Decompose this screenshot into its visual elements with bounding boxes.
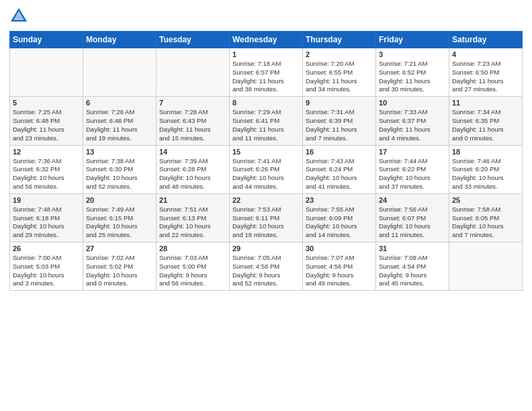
calendar-cell: 26Sunrise: 7:00 AM Sunset: 5:03 PM Dayli… (10, 242, 83, 291)
week-row-4: 19Sunrise: 7:48 AM Sunset: 6:18 PM Dayli… (10, 193, 523, 242)
day-info: Sunrise: 7:58 AM Sunset: 6:05 PM Dayligh… (452, 205, 519, 240)
calendar-cell (449, 242, 523, 291)
day-info: Sunrise: 7:51 AM Sunset: 6:13 PM Dayligh… (159, 205, 226, 240)
day-info: Sunrise: 7:21 AM Sunset: 6:52 PM Dayligh… (379, 60, 446, 94)
day-number: 31 (379, 244, 446, 253)
calendar-cell: 31Sunrise: 7:08 AM Sunset: 4:54 PM Dayli… (376, 242, 449, 291)
day-info: Sunrise: 7:00 AM Sunset: 5:03 PM Dayligh… (13, 254, 80, 288)
header (9, 7, 523, 26)
day-info: Sunrise: 7:28 AM Sunset: 6:43 PM Dayligh… (159, 108, 226, 142)
calendar-cell (157, 48, 230, 97)
calendar-cell (83, 48, 157, 97)
day-number: 14 (159, 148, 226, 156)
day-number: 18 (452, 148, 519, 156)
day-number: 4 (452, 50, 519, 58)
calendar-cell: 5Sunrise: 7:25 AM Sunset: 6:48 PM Daylig… (10, 97, 83, 145)
calendar-cell: 10Sunrise: 7:33 AM Sunset: 6:37 PM Dayli… (376, 97, 449, 145)
day-number: 29 (232, 244, 300, 253)
day-info: Sunrise: 7:55 AM Sunset: 6:09 PM Dayligh… (306, 205, 373, 240)
day-info: Sunrise: 7:02 AM Sunset: 5:02 PM Dayligh… (86, 254, 153, 288)
weekday-header-tuesday: Tuesday (157, 32, 230, 48)
calendar-cell: 12Sunrise: 7:36 AM Sunset: 6:32 PM Dayli… (10, 145, 83, 193)
calendar-cell: 17Sunrise: 7:44 AM Sunset: 6:22 PM Dayli… (376, 145, 449, 193)
calendar-cell: 11Sunrise: 7:34 AM Sunset: 6:35 PM Dayli… (449, 97, 523, 145)
week-row-2: 5Sunrise: 7:25 AM Sunset: 6:48 PM Daylig… (10, 97, 523, 145)
day-number: 2 (306, 50, 373, 58)
day-number: 13 (86, 148, 153, 156)
week-row-1: 1Sunrise: 7:18 AM Sunset: 6:57 PM Daylig… (10, 48, 523, 97)
weekday-header-monday: Monday (83, 32, 157, 48)
day-info: Sunrise: 7:43 AM Sunset: 6:24 PM Dayligh… (306, 157, 373, 191)
day-number: 30 (306, 244, 373, 253)
day-number: 5 (13, 99, 80, 107)
day-info: Sunrise: 7:26 AM Sunset: 6:46 PM Dayligh… (86, 108, 153, 142)
calendar-cell: 28Sunrise: 7:03 AM Sunset: 5:00 PM Dayli… (157, 242, 230, 291)
day-info: Sunrise: 7:25 AM Sunset: 6:48 PM Dayligh… (13, 108, 80, 142)
weekday-header-sunday: Sunday (10, 32, 83, 48)
day-info: Sunrise: 7:05 AM Sunset: 4:58 PM Dayligh… (232, 254, 300, 288)
day-number: 9 (306, 99, 373, 107)
day-info: Sunrise: 7:53 AM Sunset: 6:11 PM Dayligh… (232, 205, 300, 240)
day-info: Sunrise: 7:20 AM Sunset: 6:55 PM Dayligh… (306, 60, 373, 94)
day-number: 7 (159, 99, 226, 107)
week-row-3: 12Sunrise: 7:36 AM Sunset: 6:32 PM Dayli… (10, 145, 523, 193)
calendar-cell: 30Sunrise: 7:07 AM Sunset: 4:56 PM Dayli… (303, 242, 376, 291)
day-info: Sunrise: 7:31 AM Sunset: 6:39 PM Dayligh… (306, 108, 373, 142)
calendar-cell: 3Sunrise: 7:21 AM Sunset: 6:52 PM Daylig… (376, 48, 449, 97)
day-number: 3 (379, 50, 446, 58)
day-number: 24 (379, 196, 446, 204)
day-info: Sunrise: 7:07 AM Sunset: 4:56 PM Dayligh… (306, 254, 373, 288)
day-number: 19 (13, 196, 80, 204)
day-number: 11 (452, 99, 519, 107)
day-number: 6 (86, 99, 153, 107)
calendar-cell: 18Sunrise: 7:46 AM Sunset: 6:20 PM Dayli… (449, 145, 523, 193)
day-number: 20 (86, 196, 153, 204)
weekday-header-wednesday: Wednesday (230, 32, 303, 48)
day-info: Sunrise: 7:46 AM Sunset: 6:20 PM Dayligh… (452, 157, 519, 191)
weekday-header-friday: Friday (376, 32, 449, 48)
day-number: 22 (232, 196, 300, 204)
calendar-cell: 20Sunrise: 7:49 AM Sunset: 6:15 PM Dayli… (83, 193, 157, 242)
page-container: SundayMondayTuesdayWednesdayThursdayFrid… (0, 0, 532, 298)
calendar-cell: 19Sunrise: 7:48 AM Sunset: 6:18 PM Dayli… (10, 193, 83, 242)
day-number: 21 (159, 196, 226, 204)
calendar-cell: 29Sunrise: 7:05 AM Sunset: 4:58 PM Dayli… (230, 242, 303, 291)
week-row-5: 26Sunrise: 7:00 AM Sunset: 5:03 PM Dayli… (10, 242, 523, 291)
calendar-cell: 22Sunrise: 7:53 AM Sunset: 6:11 PM Dayli… (230, 193, 303, 242)
calendar-cell: 14Sunrise: 7:39 AM Sunset: 6:28 PM Dayli… (157, 145, 230, 193)
day-info: Sunrise: 7:44 AM Sunset: 6:22 PM Dayligh… (379, 157, 446, 191)
day-info: Sunrise: 7:36 AM Sunset: 6:32 PM Dayligh… (13, 157, 80, 191)
day-info: Sunrise: 7:33 AM Sunset: 6:37 PM Dayligh… (379, 108, 446, 142)
day-info: Sunrise: 7:18 AM Sunset: 6:57 PM Dayligh… (232, 60, 300, 94)
calendar-cell: 21Sunrise: 7:51 AM Sunset: 6:13 PM Dayli… (157, 193, 230, 242)
day-number: 27 (86, 244, 153, 253)
calendar-cell: 8Sunrise: 7:29 AM Sunset: 6:41 PM Daylig… (230, 97, 303, 145)
calendar-cell: 15Sunrise: 7:41 AM Sunset: 6:26 PM Dayli… (230, 145, 303, 193)
calendar-cell: 27Sunrise: 7:02 AM Sunset: 5:02 PM Dayli… (83, 242, 157, 291)
day-info: Sunrise: 7:38 AM Sunset: 6:30 PM Dayligh… (86, 157, 153, 191)
day-info: Sunrise: 7:23 AM Sunset: 6:50 PM Dayligh… (452, 60, 519, 94)
calendar-cell: 7Sunrise: 7:28 AM Sunset: 6:43 PM Daylig… (157, 97, 230, 145)
day-info: Sunrise: 7:39 AM Sunset: 6:28 PM Dayligh… (159, 157, 226, 191)
day-number: 23 (306, 196, 373, 204)
day-info: Sunrise: 7:48 AM Sunset: 6:18 PM Dayligh… (13, 205, 80, 240)
weekday-header-row: SundayMondayTuesdayWednesdayThursdayFrid… (10, 32, 523, 48)
day-info: Sunrise: 7:34 AM Sunset: 6:35 PM Dayligh… (452, 108, 519, 142)
calendar-cell: 4Sunrise: 7:23 AM Sunset: 6:50 PM Daylig… (449, 48, 523, 97)
calendar-cell: 1Sunrise: 7:18 AM Sunset: 6:57 PM Daylig… (230, 48, 303, 97)
calendar-cell: 24Sunrise: 7:56 AM Sunset: 6:07 PM Dayli… (376, 193, 449, 242)
day-info: Sunrise: 7:29 AM Sunset: 6:41 PM Dayligh… (232, 108, 300, 142)
logo (9, 7, 31, 26)
day-info: Sunrise: 7:03 AM Sunset: 5:00 PM Dayligh… (159, 254, 226, 288)
weekday-header-saturday: Saturday (449, 32, 523, 48)
day-number: 10 (379, 99, 446, 107)
calendar-cell: 6Sunrise: 7:26 AM Sunset: 6:46 PM Daylig… (83, 97, 157, 145)
calendar-cell: 25Sunrise: 7:58 AM Sunset: 6:05 PM Dayli… (449, 193, 523, 242)
calendar-cell: 9Sunrise: 7:31 AM Sunset: 6:39 PM Daylig… (303, 97, 376, 145)
day-number: 26 (13, 244, 80, 253)
calendar-cell: 2Sunrise: 7:20 AM Sunset: 6:55 PM Daylig… (303, 48, 376, 97)
calendar-cell: 13Sunrise: 7:38 AM Sunset: 6:30 PM Dayli… (83, 145, 157, 193)
day-number: 28 (159, 244, 226, 253)
day-info: Sunrise: 7:56 AM Sunset: 6:07 PM Dayligh… (379, 205, 446, 240)
day-number: 17 (379, 148, 446, 156)
